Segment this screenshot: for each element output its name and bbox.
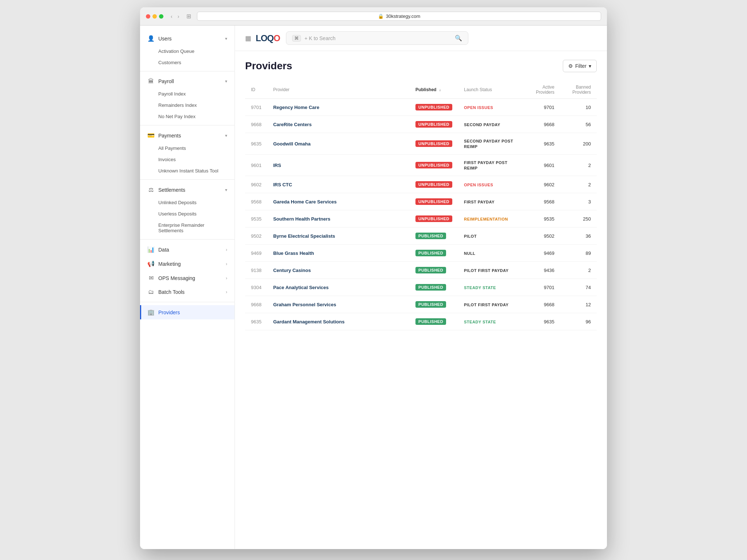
sidebar-item-payments[interactable]: 💳 Payments ▾ xyxy=(140,128,235,143)
sidebar-item-data[interactable]: 📊 Data › xyxy=(140,242,235,257)
sidebar-item-users[interactable]: 👤 Users ▾ xyxy=(140,31,235,46)
divider-4 xyxy=(140,239,235,240)
cell-launch-status: NULL xyxy=(458,245,524,262)
sidebar-section-settlements: ⚖ Settlements ▾ Unlinked Deposits Userle… xyxy=(140,183,235,236)
sidebar-item-marketing[interactable]: 📢 Marketing › xyxy=(140,257,235,271)
col-header-banned-providers[interactable]: BannedProviders xyxy=(560,81,597,99)
table-row[interactable]: 9469 Blue Grass Health PUBLISHED NULL 94… xyxy=(245,245,597,262)
divider-5 xyxy=(140,302,235,302)
sidebar-item-userless-deposits[interactable]: Userless Deposits xyxy=(140,208,235,219)
table-row[interactable]: 9602 IRS CTC UNPUBLISHED OPEN ISSUES 960… xyxy=(245,176,597,193)
cell-published: UNPUBLISHED xyxy=(410,176,458,193)
cell-id: 9502 xyxy=(245,228,267,245)
sidebar-item-customers[interactable]: Customers xyxy=(140,57,235,68)
cell-id: 9138 xyxy=(245,262,267,279)
cell-id: 9701 xyxy=(245,99,267,116)
sidebar-label-payroll: Payroll xyxy=(158,78,221,84)
sidebar-item-unknown-instant[interactable]: Unknown Instant Status Tool xyxy=(140,165,235,176)
providers-table: ID Provider Published ↓ Launch Status Ac… xyxy=(245,81,597,330)
cell-provider: Blue Grass Health xyxy=(267,245,410,262)
col-header-provider[interactable]: Provider xyxy=(267,81,410,99)
browser-chrome: ‹ › ⊞ 🔒 30kstrategy.com xyxy=(140,7,607,26)
table-row[interactable]: 9138 Century Casinos PUBLISHED PILOT FIR… xyxy=(245,262,597,279)
table-row[interactable]: 9701 Regency Home Care UNPUBLISHED OPEN … xyxy=(245,99,597,116)
back-button[interactable]: ‹ xyxy=(169,13,174,20)
close-button[interactable] xyxy=(146,14,150,19)
search-icon: 🔍 xyxy=(455,35,462,42)
table-row[interactable]: 9502 Byrne Electrical Specialists PUBLIS… xyxy=(245,228,597,245)
providers-content: Providers ⚙ Filter ▾ ID Provider Publish xyxy=(235,51,607,339)
cell-published: UNPUBLISHED xyxy=(410,133,458,155)
cell-launch-status: PILOT xyxy=(458,228,524,245)
ops-messaging-icon: ✉ xyxy=(147,275,155,281)
cell-published: PUBLISHED xyxy=(410,279,458,296)
cell-published: UNPUBLISHED xyxy=(410,193,458,210)
cell-provider: Regency Home Care xyxy=(267,99,410,116)
cell-banned-providers: 2 xyxy=(560,155,597,176)
keyboard-shortcut: ⌘ xyxy=(292,35,301,42)
cell-published: PUBLISHED xyxy=(410,245,458,262)
forward-button[interactable]: › xyxy=(176,13,181,20)
sidebar-section-payroll: 🏛 Payroll ▾ Payroll Index Remainders Ind… xyxy=(140,74,235,122)
table-row[interactable]: 9568 Gareda Home Care Services UNPUBLISH… xyxy=(245,193,597,210)
sidebar-item-enterprise-remainder[interactable]: Enterprise Remainder Settlements xyxy=(140,219,235,236)
sidebar-item-ops-messaging[interactable]: ✉ OPS Messaging › xyxy=(140,271,235,285)
chevron-down-icon: ▾ xyxy=(225,187,227,192)
sidebar-label-data: Data xyxy=(158,247,222,253)
col-header-active-providers[interactable]: ActiveProviders xyxy=(524,81,560,99)
cell-id: 9304 xyxy=(245,279,267,296)
sidebar-item-batch-tools[interactable]: 🗂 Batch Tools › xyxy=(140,285,235,299)
sidebar-toggle-icon[interactable]: ⊞ xyxy=(186,13,191,20)
sidebar-item-unlinked-deposits[interactable]: Unlinked Deposits xyxy=(140,197,235,208)
sidebar-item-all-payments[interactable]: All Payments xyxy=(140,143,235,154)
cell-launch-status: SECOND PAYDAY POST REIMP xyxy=(458,133,524,155)
table-row[interactable]: 9668 CareRite Centers UNPUBLISHED SECOND… xyxy=(245,116,597,133)
cell-id: 9635 xyxy=(245,313,267,330)
cell-published: UNPUBLISHED xyxy=(410,155,458,176)
table-row[interactable]: 9304 Pace Analytical Services PUBLISHED … xyxy=(245,279,597,296)
maximize-button[interactable] xyxy=(159,14,163,19)
table-header: ID Provider Published ↓ Launch Status Ac… xyxy=(245,81,597,99)
sidebar-item-providers[interactable]: 🏢 Providers xyxy=(140,305,235,319)
cell-provider: Byrne Electrical Specialists xyxy=(267,228,410,245)
sidebar-item-settlements[interactable]: ⚖ Settlements ▾ xyxy=(140,183,235,197)
table-row[interactable]: 9601 IRS UNPUBLISHED FIRST PAYDAY POST R… xyxy=(245,155,597,176)
sort-arrow-icon: ↓ xyxy=(439,88,441,92)
cell-banned-providers: 12 xyxy=(560,296,597,313)
cell-launch-status: FIRST PAYDAY xyxy=(458,193,524,210)
minimize-button[interactable] xyxy=(152,14,157,19)
sidebar-item-activation-queue[interactable]: Activation Queue xyxy=(140,46,235,57)
sidebar-label-batch-tools: Batch Tools xyxy=(158,289,222,295)
cell-published: PUBLISHED xyxy=(410,313,458,330)
top-bar: ▦ LOQO ⌘ + K to Search 🔍 xyxy=(235,26,607,51)
sidebar-label-marketing: Marketing xyxy=(158,261,222,267)
table-row[interactable]: 9635 Goodwill Omaha UNPUBLISHED SECOND P… xyxy=(245,133,597,155)
table-row[interactable]: 9668 Graham Personnel Services PUBLISHED… xyxy=(245,296,597,313)
cell-banned-providers: 56 xyxy=(560,116,597,133)
sidebar-item-no-net-pay-index[interactable]: No Net Pay Index xyxy=(140,111,235,122)
sidebar-item-invoices[interactable]: Invoices xyxy=(140,154,235,165)
search-bar[interactable]: ⌘ + K to Search 🔍 xyxy=(286,31,468,45)
col-header-published[interactable]: Published ↓ xyxy=(410,81,458,99)
table-row[interactable]: 9635 Gardant Management Solutions PUBLIS… xyxy=(245,313,597,330)
cell-active-providers: 9668 xyxy=(524,116,560,133)
sidebar-item-remainders-index[interactable]: Remainders Index xyxy=(140,100,235,111)
cell-launch-status: STEADY STATE xyxy=(458,279,524,296)
chevron-down-icon: ▾ xyxy=(225,133,227,138)
filter-button[interactable]: ⚙ Filter ▾ xyxy=(563,60,597,72)
cell-provider: Gareda Home Care Services xyxy=(267,193,410,210)
sidebar: 👤 Users ▾ Activation Queue Customers 🏛 P… xyxy=(140,26,235,549)
address-bar[interactable]: 🔒 30kstrategy.com xyxy=(197,12,601,21)
cell-banned-providers: 2 xyxy=(560,176,597,193)
layout-icon[interactable]: ▦ xyxy=(245,34,251,42)
col-header-launch[interactable]: Launch Status xyxy=(458,81,524,99)
providers-icon: 🏢 xyxy=(147,309,155,316)
col-header-id[interactable]: ID xyxy=(245,81,267,99)
table-row[interactable]: 9535 Southern Health Partners UNPUBLISHE… xyxy=(245,210,597,228)
sidebar-item-payroll[interactable]: 🏛 Payroll ▾ xyxy=(140,74,235,88)
sidebar-item-payroll-index[interactable]: Payroll Index xyxy=(140,88,235,100)
cell-active-providers: 9635 xyxy=(524,133,560,155)
cell-id: 9668 xyxy=(245,296,267,313)
cell-banned-providers: 74 xyxy=(560,279,597,296)
cell-active-providers: 9469 xyxy=(524,245,560,262)
